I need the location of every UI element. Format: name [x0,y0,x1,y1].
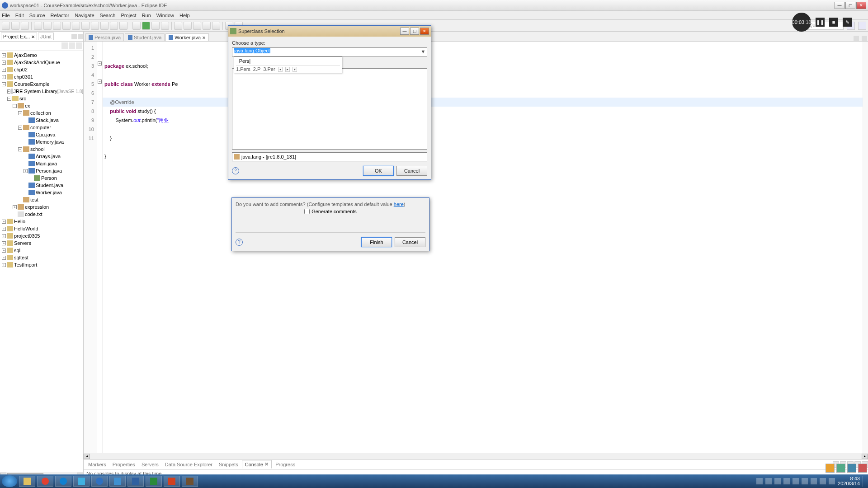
tree-node[interactable]: Cpu.java [0,131,83,138]
suspend-icon[interactable] [62,22,71,30]
debug-icon[interactable] [132,22,141,30]
fold-toggle-icon[interactable]: − [98,61,102,66]
tree-node[interactable]: Stack.java [0,117,83,124]
save-icon[interactable] [11,22,19,30]
editor-minimize-icon[interactable] [854,36,859,41]
start-button[interactable] [2,475,17,487]
gadget-icon[interactable] [826,464,835,473]
maximize-button[interactable]: ▢ [845,2,855,9]
pause-icon[interactable]: ❚❚ [816,18,825,27]
tree-node[interactable]: −computer [0,124,83,131]
show-desktop-button[interactable] [863,476,866,487]
gadget-icon[interactable] [836,464,845,473]
tray-icon[interactable] [756,478,763,484]
dialog-minimize-button[interactable]: — [400,28,409,35]
tree-node[interactable]: code.txt [0,211,83,218]
tree-node[interactable]: +chp02 [0,66,83,73]
dropdown-icon[interactable]: ▼ [420,48,426,55]
overview-ruler[interactable] [863,42,868,453]
maximize-view-icon[interactable] [78,34,83,39]
tab-person[interactable]: Person.java [85,33,124,41]
app-taskbar-icon[interactable] [91,476,108,487]
tray-icon[interactable] [802,478,808,484]
app-taskbar-icon[interactable] [73,476,90,487]
dialog-close-button[interactable]: ✕ [420,28,429,35]
network-icon[interactable] [820,478,826,484]
tab-datasource[interactable]: Data Source Explorer [162,461,215,468]
tree-node[interactable]: +JRE System Library [JavaSE-1.8] [0,88,83,95]
tab-snippets[interactable]: Snippets [216,461,241,468]
minimize-view-icon[interactable] [71,34,77,39]
tree-node[interactable]: +sql [0,247,83,254]
type-filter-input[interactable]: java.lang.Object [232,47,427,56]
stepreturn-icon[interactable] [110,22,118,30]
media-taskbar-icon[interactable] [55,476,71,487]
tree-node[interactable]: +AjaxDemo [0,52,83,59]
run-icon[interactable] [142,22,150,30]
finish-button[interactable]: Finish [361,237,392,247]
tab-student[interactable]: Student.java [125,33,165,41]
opentype-icon[interactable] [193,22,201,30]
tree-node[interactable]: +AjaxStackAndQueue [0,59,83,66]
tree-node[interactable]: Main.java [0,160,83,167]
menu-source[interactable]: Source [29,13,45,18]
tray-icon[interactable] [774,478,781,484]
project-tree[interactable]: +AjaxDemo+AjaxStackAndQueue+chp02+chp030… [0,51,83,472]
tree-node[interactable]: +Person.java [0,167,83,174]
droptoframe-icon[interactable] [119,22,127,30]
tray-icon[interactable] [765,478,772,484]
menu-search[interactable]: Search [100,13,116,18]
help-icon[interactable]: ? [236,239,243,246]
tree-node[interactable]: Student.java [0,182,83,189]
tree-node[interactable]: +expression [0,203,83,211]
fold-toggle-icon[interactable]: − [98,80,102,84]
tab-worker[interactable]: Worker.java ✕ [165,33,209,41]
newpackage-icon[interactable] [184,22,192,30]
menu-project[interactable]: Project [121,13,136,18]
minimize-button[interactable]: — [835,2,844,9]
tree-node[interactable]: +HelloWorld [0,225,83,232]
tab-console[interactable]: Console ✕ [242,460,272,469]
newclass-icon[interactable] [174,22,182,30]
tab-package-explorer[interactable]: Project Ex... ✕ [1,33,37,40]
debug-perspective-icon[interactable] [858,22,866,30]
tree-node[interactable]: +sqltest [0,254,83,261]
tray-icon[interactable] [793,478,799,484]
taskbar-clock[interactable]: 8:432020/3/14 [838,476,860,486]
menu-edit[interactable]: Edit [15,13,24,18]
gadget-icon[interactable] [847,464,856,473]
here-link[interactable]: here [394,202,404,207]
disconnect-icon[interactable] [81,22,90,30]
tree-node[interactable]: +chp0301 [0,73,83,80]
menu-file[interactable]: File [2,13,10,18]
tree-node[interactable]: +collection [0,109,83,117]
terminate-icon[interactable] [72,22,80,30]
collapse-all-icon[interactable] [61,42,68,49]
menu-refactor[interactable]: Refactor [51,13,70,18]
fold-gutter[interactable]: − − [97,42,103,453]
app-taskbar-icon[interactable] [182,476,198,487]
code-editor[interactable]: 1234567891011 − − package ex.school; pub… [84,42,868,453]
tree-node[interactable]: Arrays.java [0,153,83,160]
menu-help[interactable]: Help [179,13,190,18]
tree-node[interactable]: −school [0,145,83,153]
gadget-icon[interactable] [858,464,867,473]
code-area[interactable]: package ex.school; public class Worker e… [103,42,863,453]
tree-node[interactable]: +Servers [0,239,83,247]
external-icon[interactable] [161,22,169,30]
editor-hscroll[interactable]: ◂▸ [84,453,868,459]
tree-node[interactable]: Worker.java [0,189,83,196]
app-taskbar-icon[interactable] [127,476,144,487]
tab-properties[interactable]: Properties [110,461,138,468]
tab-junit[interactable]: JUnit [38,33,54,40]
toggle-icon[interactable] [34,22,42,30]
skip-icon[interactable] [43,22,52,30]
tree-node[interactable]: −src [0,95,83,102]
cancel-button[interactable]: Cancel [396,166,427,176]
tab-progress[interactable]: Progress [273,461,298,468]
tree-node[interactable]: −ex [0,102,83,109]
ok-button[interactable]: OK [363,166,394,176]
dialog-maximize-button[interactable]: ▢ [410,28,419,35]
tree-node[interactable]: −CourseExample [0,80,83,88]
stepinto-icon[interactable] [91,22,99,30]
